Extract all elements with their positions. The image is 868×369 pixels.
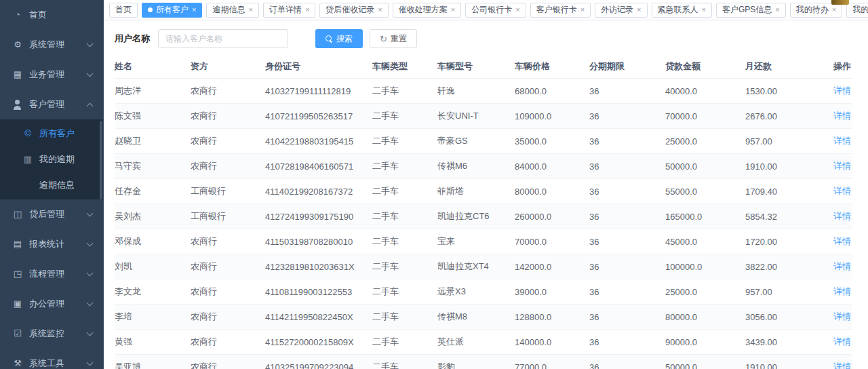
column-header-loan: 贷款金额 (665, 55, 745, 79)
sidebar-item-postloan[interactable]: ◫贷后管理 (0, 199, 103, 229)
cell-id_number: 411402199208167372 (265, 179, 372, 204)
sidebar-item-system[interactable]: ⚙系统管理 (0, 30, 103, 60)
cell-loan: 80000.0 (665, 305, 745, 330)
cell-monthly: 957.00 (745, 129, 821, 154)
close-icon[interactable]: × (702, 6, 706, 14)
detail-link[interactable]: 详情 (833, 161, 851, 171)
search-field-label: 用户名称 (115, 33, 150, 45)
cell-vehicle_type: 二手车 (372, 254, 437, 279)
tab-客户GPS信息[interactable]: 客户GPS信息× (716, 3, 786, 18)
tab-订单详情[interactable]: 订单详情× (263, 3, 315, 18)
column-header-vehicle_type: 车辆类型 (372, 55, 437, 79)
cell-price: 77000.0 (515, 355, 589, 369)
detail-link[interactable]: 详情 (833, 236, 851, 246)
sidebar-item-customer[interactable]: 客户管理 (0, 90, 103, 119)
close-icon[interactable]: × (192, 6, 196, 14)
cell-price: 260000.0 (515, 204, 589, 229)
dashboard-icon: ◔ (12, 10, 23, 20)
tab-外访记录[interactable]: 外访记录× (595, 3, 647, 18)
cell-vehicle_model: 影豹 (437, 355, 515, 369)
sidebar-item-label: 贷后管理 (29, 208, 87, 220)
detail-link[interactable]: 详情 (833, 362, 851, 369)
tab-首页[interactable]: 首页 (109, 3, 138, 18)
cell-vehicle_type: 二手车 (372, 204, 437, 229)
close-icon[interactable]: × (305, 6, 309, 14)
cell-action: 详情 (821, 129, 852, 154)
sidebar-item-office[interactable]: ▣办公管理 (0, 289, 103, 319)
tab-label: 逾期信息 (212, 4, 245, 16)
tab-label: 贷后催收记录 (326, 4, 374, 16)
cell-name: 李文龙 (115, 279, 191, 305)
cell-loan: 25000.0 (665, 129, 745, 154)
close-icon[interactable]: × (248, 6, 252, 14)
cell-vehicle_type: 二手车 (372, 279, 437, 305)
tab-label: 紧急联系人 (658, 4, 698, 16)
chevron-down-icon (87, 210, 94, 217)
close-icon[interactable]: × (580, 6, 585, 14)
tab-客户银行卡[interactable]: 客户银行卡× (530, 3, 591, 18)
table-row: 吴亚博农商行410325199709223094二手车影豹77000.03650… (115, 355, 852, 369)
flow-icon: ◳ (12, 269, 23, 279)
cell-vehicle_type: 二手车 (372, 154, 437, 179)
reset-button[interactable]: ↻ 重置 (370, 29, 417, 48)
cell-term: 36 (589, 279, 665, 305)
close-icon[interactable]: × (775, 6, 779, 14)
tab-紧急联系人[interactable]: 紧急联系人× (652, 3, 712, 18)
detail-link[interactable]: 详情 (833, 85, 851, 96)
sidebar-item-reports[interactable]: ▤报表统计 (0, 229, 103, 259)
sidebar-item-my-overdue[interactable]: ▥我的逾期 (0, 147, 103, 172)
sidebar-item-process[interactable]: ◳流程管理 (0, 259, 103, 289)
cell-loan: 165000.0 (665, 204, 745, 229)
cell-id_number: 410325199709223094 (265, 355, 372, 369)
cell-price: 39000.0 (515, 279, 589, 305)
detail-link[interactable]: 详情 (833, 211, 851, 221)
detail-link[interactable]: 详情 (833, 336, 851, 347)
sidebar-item-monitor[interactable]: ☑系统监控 (0, 319, 103, 349)
tab-贷后催收记录[interactable]: 贷后催收记录× (319, 3, 388, 18)
close-icon[interactable]: × (515, 6, 519, 14)
cell-vehicle_model: 英仕派 (437, 330, 515, 355)
sidebar-item-all-customers[interactable]: ©所有客户 (0, 121, 103, 147)
close-icon[interactable]: × (637, 6, 641, 14)
detail-link[interactable]: 详情 (833, 111, 851, 121)
tab-逾期信息[interactable]: 逾期信息× (206, 3, 258, 18)
table-row: 李培农商行41142119950822450X二手车传祺M8128800.036… (115, 305, 852, 330)
tab-公司银行卡[interactable]: 公司银行卡× (465, 3, 526, 18)
cell-price: 109000.0 (515, 104, 589, 129)
cell-vehicle_model: 宝来 (437, 229, 515, 254)
cell-vehicle_model: 菲斯塔 (437, 179, 515, 204)
detail-link[interactable]: 详情 (833, 286, 851, 296)
cell-monthly: 2676.00 (745, 104, 821, 129)
search-button[interactable]: 搜索 (315, 29, 363, 48)
card-icon: ▥ (22, 155, 33, 164)
sidebar-item-tools[interactable]: ⚒系统工具 (0, 349, 103, 369)
cell-funder: 农商行 (191, 154, 265, 179)
search-input[interactable] (158, 29, 288, 48)
cell-loan: 50000.0 (665, 154, 745, 179)
table-row: 赵晓卫农商行410422198803195415二手车帝豪GS35000.036… (115, 129, 852, 154)
sidebar-item-overdue-info[interactable]: 逾期信息 (0, 172, 103, 198)
sidebar-submenu-customer: ©所有客户▥我的逾期逾期信息 (0, 119, 103, 199)
cell-term: 36 (589, 330, 665, 355)
cell-id_number: 41152720000215809X (265, 330, 372, 355)
detail-link[interactable]: 详情 (833, 136, 851, 146)
tab-催收处理方案[interactable]: 催收处理方案× (393, 3, 461, 18)
cell-loan: 70000.0 (665, 104, 745, 129)
close-icon[interactable]: × (378, 6, 382, 14)
detail-link[interactable]: 详情 (833, 186, 851, 196)
table-header-row: 姓名资方身份证号车辆类型车辆型号车辆价格分期期限贷款金额月还款操作 (115, 55, 852, 79)
tab-我的流程[interactable]: 我的流程× (846, 3, 868, 18)
cell-action: 详情 (821, 204, 852, 229)
cell-name: 黄强 (115, 330, 191, 355)
close-icon[interactable]: × (832, 6, 836, 14)
detail-link[interactable]: 详情 (833, 311, 851, 322)
tab-所有客户[interactable]: 所有客户× (142, 3, 202, 18)
sidebar-item-label: 客户管理 (29, 98, 87, 111)
close-icon[interactable]: × (451, 6, 455, 14)
detail-link[interactable]: 详情 (833, 261, 851, 271)
sidebar-item-home[interactable]: ◔首页 (0, 0, 103, 30)
sidebar-scrollbar-thumb[interactable] (100, 121, 102, 199)
sidebar-item-business[interactable]: ▦业务管理 (0, 60, 103, 90)
content-panel: 用户名称 搜索 ↻ 重置 姓名资方身份证号车辆类型车辆型号车辆价格分期期限贷款金… (104, 20, 868, 369)
cell-vehicle_type: 二手车 (372, 305, 437, 330)
